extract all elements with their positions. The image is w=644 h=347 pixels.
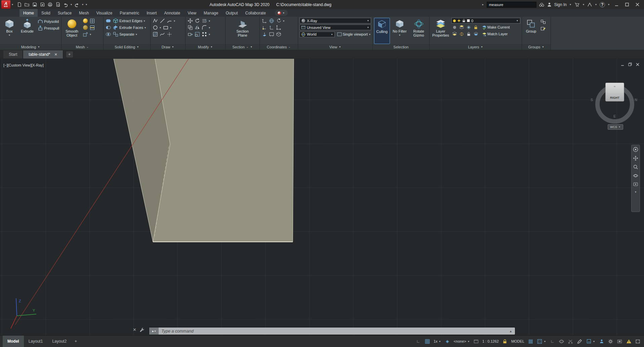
panel-label-modify[interactable]: Modify▾ [186,44,225,50]
rotate-gizmo-button[interactable]: Rotate Gizmo [409,18,428,44]
panel-label-selection[interactable]: Selection [373,44,429,50]
union-icon[interactable] [105,18,111,24]
ucs-icon[interactable] [261,18,268,24]
subtract-icon[interactable] [105,25,111,31]
ucs-world-icon[interactable] [268,18,275,24]
panel-label-view[interactable]: View▾ [298,44,372,50]
command-prompt-icon[interactable]: ▸▾ [149,328,159,335]
qat-customize-icon[interactable]: ▾ [85,3,88,6]
showmotion-icon[interactable] [633,182,638,187]
ribbon-tab-home[interactable]: Home [19,9,38,17]
undo-dropdown-icon[interactable]: ▾ [70,3,73,6]
ungroup-icon[interactable] [540,19,546,25]
help-dropdown-icon[interactable]: ▾ [607,3,610,6]
new-drawing-tab-button[interactable]: + [66,51,73,57]
gizmo-icon[interactable] [559,339,564,344]
redo-icon[interactable] [74,1,80,8]
drawing-canvas[interactable]: [−][Custom View][X-Ray] W ≡ RIGHT S E N … [0,58,644,335]
ribbon-tab-surface[interactable]: Surface [54,9,75,17]
layer-dropdown[interactable]: 0 ▾ [451,18,520,24]
viewport-scale-icon[interactable] [473,339,479,344]
model-space-button[interactable]: MODEL [511,339,524,343]
viewport-controls-label[interactable]: [−][Custom View][X-Ray] [3,63,44,67]
app-store-cart-icon[interactable] [574,2,580,7]
ribbon-tab-manage[interactable]: Manage [200,9,222,17]
scale-icon[interactable] [194,31,200,37]
annotation-scale-dropdown[interactable]: <none>▾ [454,339,470,343]
make-current-button[interactable]: Make Current [482,24,510,30]
panel-label-groups[interactable]: Groups▾ [522,44,551,50]
model-geometry[interactable] [0,58,644,335]
rectangle-dropdown-icon[interactable]: ▾ [169,26,172,29]
panel-label-coordinates[interactable]: Coordinates⌄ [260,44,298,50]
array-icon[interactable] [201,31,207,37]
new-file-button[interactable] [16,1,23,8]
no-filter-button[interactable]: No Filter ▾ [391,18,409,44]
viewport-minimize-icon[interactable] [621,63,624,66]
file-tab-close-icon[interactable]: ✕ [54,52,57,57]
ribbon-tab-annotate[interactable]: Annotate [160,9,184,17]
dynamic-ucs-icon[interactable]: ∟ [550,339,555,344]
match-layer-button[interactable]: Match Layer [482,31,508,37]
fillet-icon[interactable] [201,25,207,31]
smooth-less-icon[interactable] [82,25,88,31]
full-navigation-wheel-icon[interactable] [633,147,638,152]
rotate-icon[interactable] [194,18,200,24]
trim-dropdown-icon[interactable]: ▾ [208,19,211,23]
move-icon[interactable] [187,18,193,24]
copy-icon[interactable] [187,25,193,31]
redo-dropdown-icon[interactable]: ▾ [81,3,84,6]
ucs-z-axis-icon[interactable] [268,25,275,31]
compass-south[interactable]: S [591,98,593,102]
command-input[interactable] [159,328,507,335]
annotation-visibility-icon[interactable]: ◈ [445,339,450,344]
workspace-user-icon[interactable] [599,339,604,344]
scale-lock-icon[interactable] [502,339,508,344]
connected-services-button[interactable]: ▾ [275,10,288,16]
binoculars-search-icon[interactable] [539,2,545,7]
layer-freeze-icon[interactable] [466,24,472,30]
layer-lock-toggle-icon[interactable] [473,24,479,30]
open-file-button[interactable] [24,1,30,8]
save-as-button[interactable] [39,1,46,8]
named-view-dropdown[interactable]: Unsaved View ▾ [299,25,371,30]
culling-toggle-button[interactable]: Culling [374,18,390,44]
ucs-origin-icon[interactable] [261,25,268,31]
layer-properties-button[interactable]: Layer Properties [431,18,450,44]
stretch-icon[interactable] [187,31,193,37]
maximize-button[interactable] [623,1,631,8]
polyline-icon[interactable] [152,18,158,24]
circle-dropdown-icon[interactable]: ▾ [159,26,162,29]
close-button[interactable] [633,1,641,8]
no-filter-dropdown-icon[interactable]: ▾ [398,33,401,37]
presspull-button[interactable]: Presspull [37,25,59,31]
mirror-icon[interactable] [194,25,200,31]
extract-edges-dropdown-icon[interactable]: ▾ [143,19,146,23]
ribbon-tab-output[interactable]: Output [222,9,241,17]
sign-in-dropdown-icon[interactable]: ▾ [569,3,572,6]
arc-dropdown-icon[interactable]: ▾ [173,19,176,23]
navbar-customize-icon[interactable]: ▾ [634,190,637,193]
box-button[interactable]: Box ▾ [1,18,17,44]
zoom-icon[interactable] [633,164,638,170]
plot-button[interactable] [47,1,53,8]
ribbon-tab-view[interactable]: View [184,9,200,17]
undo-icon[interactable] [62,1,69,8]
ribbon-tab-collaborate[interactable]: Collaborate [242,9,270,17]
pan-icon[interactable] [633,156,638,161]
help-icon[interactable]: ? [600,2,605,7]
separate-dropdown-icon[interactable]: ▾ [135,33,138,36]
ribbon-tab-parametric[interactable]: Parametric [116,9,143,17]
array-dropdown-icon[interactable]: ▾ [208,33,211,36]
panel-label-section[interactable]: Section⌄▾ [226,44,259,50]
sign-in-button[interactable]: Sign In [554,2,567,7]
arc-icon[interactable] [166,18,172,24]
panel-label-layers[interactable]: Layers▾ [430,44,522,50]
point-icon[interactable] [166,31,172,37]
visual-style-dropdown[interactable]: X-Ray ▾ [299,18,371,24]
viewport-close-icon[interactable] [636,63,639,66]
customization-gear-icon[interactable] [608,339,613,344]
line-icon[interactable] [159,18,165,24]
new-layout-button[interactable]: + [71,339,80,344]
minimize-button[interactable] [612,1,620,8]
